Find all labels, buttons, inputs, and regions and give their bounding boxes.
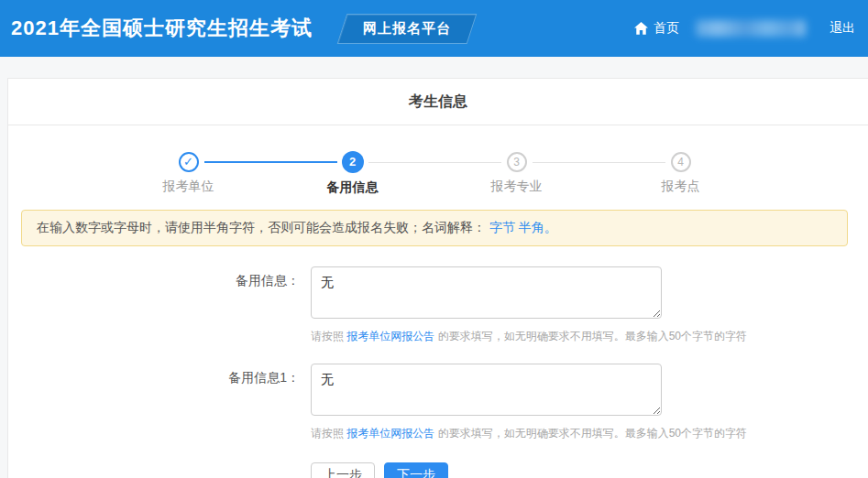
backup-info-control: 无 请按照 报考单位网报公告 的要求填写，如无明确要求不用填写。最多输入50个字… xyxy=(311,266,747,344)
byte-explain-link[interactable]: 字节 xyxy=(489,220,515,236)
backup-info-form: 备用信息： 无 请按照 报考单位网报公告 的要求填写，如无明确要求不用填写。最多… xyxy=(21,266,848,478)
backup-info1-control: 无 请按照 报考单位网报公告 的要求填写，如无明确要求不用填写。最多输入50个字… xyxy=(311,364,747,441)
backup-info-textarea[interactable]: 无 xyxy=(311,266,662,319)
step-baokao-zhuanye: 3 报考专业 xyxy=(434,152,599,196)
check-icon: ✓ xyxy=(179,152,199,172)
step-beiyong-xinxi: 2 备用信息 xyxy=(270,152,434,196)
step-label: 报考点 xyxy=(599,179,763,195)
backup-info1-textarea[interactable]: 无 xyxy=(311,364,662,416)
username-redacted xyxy=(696,20,806,37)
step-label: 备用信息 xyxy=(270,179,434,196)
step-label: 报考单位 xyxy=(106,179,270,195)
nav-home-link[interactable]: 首页 xyxy=(634,20,679,37)
step-baokao-dian: 4 报考点 xyxy=(599,152,763,196)
form-buttons: 上一步 下一步 xyxy=(21,462,848,478)
halfwidth-notice-alert: 在输入数字或字母时，请使用半角字符，否则可能会造成报名失败；名词解释： 字节 半… xyxy=(21,210,848,246)
nav-logout-link[interactable]: 退出 xyxy=(830,20,855,37)
step-number: 4 xyxy=(671,152,691,172)
step-label: 报考专业 xyxy=(434,179,599,195)
alert-suffix: 。 xyxy=(544,220,557,236)
unit-notice-link[interactable]: 报考单位网报公告 xyxy=(346,330,434,342)
home-icon xyxy=(634,22,648,35)
unit-notice-link[interactable]: 报考单位网报公告 xyxy=(346,427,434,440)
page-title: 考生信息 xyxy=(8,79,868,125)
app-header: 2021年全国硕士研究生招生考试 网上报名平台 首页 退出 xyxy=(0,0,868,57)
app-title: 2021年全国硕士研究生招生考试 xyxy=(11,15,313,42)
backup-info1-help: 请按照 报考单位网报公告 的要求填写，如无明确要求不用填写。最多输入50个字节的… xyxy=(311,426,747,441)
halfwidth-explain-link[interactable]: 半角 xyxy=(519,220,544,236)
platform-badge-label: 网上报名平台 xyxy=(363,20,451,38)
step-number: 3 xyxy=(507,152,527,172)
backup-info1-label: 备用信息1： xyxy=(21,364,311,441)
backup-info-label: 备用信息： xyxy=(21,266,311,344)
form-row-backup-info: 备用信息： 无 请按照 报考单位网报公告 的要求填写，如无明确要求不用填写。最多… xyxy=(21,266,848,344)
step-baokao-danwei: ✓ 报考单位 xyxy=(106,152,270,196)
next-step-button[interactable]: 下一步 xyxy=(384,462,448,478)
step-number: 2 xyxy=(342,151,364,173)
header-nav: 首页 退出 xyxy=(634,20,855,37)
content-panel: 考生信息 ✓ 报考单位 2 备用信息 3 报考专业 4 报考点 在输入数字或字母… xyxy=(7,78,868,478)
backup-info-help: 请按照 报考单位网报公告 的要求填写，如无明确要求不用填写。最多输入50个字节的… xyxy=(311,329,747,344)
form-row-backup-info1: 备用信息1： 无 请按照 报考单位网报公告 的要求填写，如无明确要求不用填写。最… xyxy=(21,364,848,441)
prev-step-button[interactable]: 上一步 xyxy=(311,462,375,478)
alert-text: 在输入数字或字母时，请使用半角字符，否则可能会造成报名失败；名词解释： xyxy=(37,220,489,236)
nav-home-label: 首页 xyxy=(654,20,679,37)
platform-badge: 网上报名平台 xyxy=(337,14,478,44)
stepper: ✓ 报考单位 2 备用信息 3 报考专业 4 报考点 xyxy=(106,152,763,196)
